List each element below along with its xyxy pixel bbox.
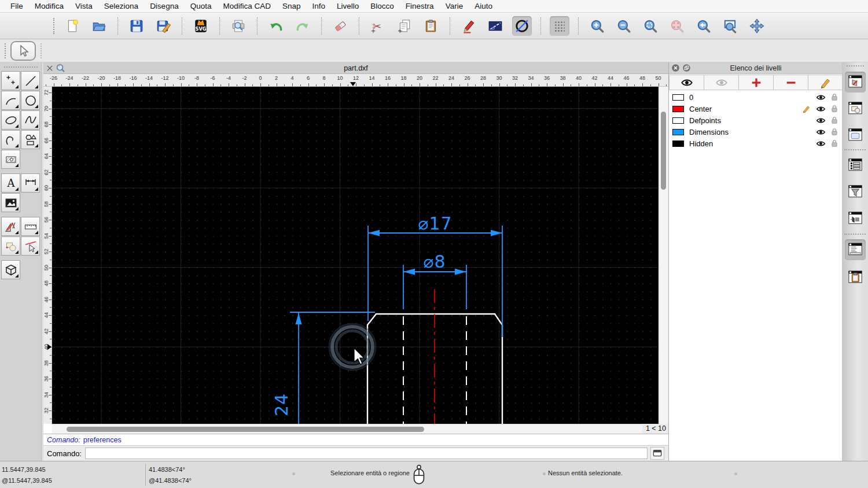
modify-tool-button[interactable] <box>1 217 20 236</box>
layer-lock-icon[interactable] <box>829 116 840 124</box>
box3d-tool-button[interactable] <box>1 260 20 279</box>
copy-button[interactable]: + <box>395 16 414 36</box>
selection-tool-button[interactable] <box>10 41 36 61</box>
hide-all-layers-button[interactable] <box>704 75 739 90</box>
menu-vista[interactable]: Vista <box>69 0 98 13</box>
hatch-tool-button[interactable] <box>1 150 20 169</box>
float-panel-icon[interactable] <box>682 64 691 72</box>
line-tool-button[interactable] <box>21 71 40 90</box>
dimension-text-height[interactable]: 24 <box>271 393 292 416</box>
ellipse-tool-button[interactable] <box>1 110 20 130</box>
menu-quota[interactable]: Quota <box>185 0 218 13</box>
add-layer-button[interactable] <box>738 75 774 90</box>
menu-aiuto[interactable]: Aiuto <box>469 0 498 13</box>
dock-layer-list-button[interactable] <box>845 72 866 93</box>
menu-finestra[interactable]: Finestra <box>400 0 440 13</box>
image-tool-button[interactable] <box>1 193 20 212</box>
text-tool-button[interactable]: A <box>1 173 20 193</box>
layer-visibility-icon[interactable] <box>815 93 826 102</box>
dimension-text-outer-diameter[interactable]: ⌀17 <box>418 213 452 234</box>
layer-lock-icon[interactable] <box>829 105 840 113</box>
arc-tool-button[interactable] <box>1 91 20 110</box>
dock-drag-handle[interactable] <box>847 65 864 66</box>
toolbar-drag-handle[interactable] <box>5 43 6 58</box>
print-preview-button[interactable] <box>229 16 248 36</box>
dock-command-widget-button[interactable] <box>845 239 866 260</box>
point-tool-button[interactable] <box>1 71 20 90</box>
zoom-auto-button[interactable] <box>641 16 660 36</box>
close-tab-icon[interactable] <box>45 64 54 73</box>
draft-mode-button[interactable] <box>512 16 532 36</box>
layer-row-defpoints[interactable]: Defpoints <box>669 114 843 126</box>
menu-modifica[interactable]: Modifica <box>29 0 69 13</box>
edit-layer-button[interactable] <box>808 75 843 90</box>
save-as-button[interactable] <box>153 16 173 36</box>
layer-visibility-icon[interactable] <box>815 139 826 149</box>
dock-clipboard-widget-button[interactable] <box>845 267 866 288</box>
export-svg-button[interactable]: SVG <box>191 16 211 36</box>
redo-button[interactable] <box>293 16 312 36</box>
save-button[interactable] <box>127 16 146 36</box>
menu-info[interactable]: Info <box>307 0 332 13</box>
dock-selection-filter-button[interactable] <box>845 182 866 202</box>
menu-seleziona[interactable]: Seleziona <box>98 0 144 13</box>
layer-row-dimensions[interactable]: Dimensions <box>669 126 843 138</box>
dimension-tool-button[interactable] <box>21 173 40 193</box>
zoom-in-button[interactable] <box>587 16 607 36</box>
menu-file[interactable]: File <box>5 0 29 13</box>
layer-row-0[interactable]: 0 <box>669 91 843 103</box>
polyline-tool-button[interactable] <box>1 130 20 149</box>
layer-lock-icon[interactable] <box>829 139 840 147</box>
paste-button[interactable] <box>421 16 441 36</box>
drawing-canvas[interactable]: ⌀17 ⌀8 24 <box>52 87 659 424</box>
undo-button[interactable] <box>266 16 286 36</box>
toolbar-drag-handle[interactable] <box>41 43 42 58</box>
circle-tool-button[interactable] <box>21 91 40 110</box>
horizontal-scrollbar-thumb[interactable] <box>67 427 424 432</box>
attributes-button[interactable] <box>459 16 479 36</box>
cut-button[interactable]: ✂+ <box>368 16 388 36</box>
measure-tool-button[interactable] <box>21 217 40 236</box>
new-file-button[interactable] <box>62 16 82 36</box>
menu-modifica-cad[interactable]: Modifica CAD <box>217 0 277 13</box>
layer-row-center[interactable]: Center <box>669 103 843 114</box>
close-panel-icon[interactable] <box>671 64 680 72</box>
zoom-pan-button[interactable] <box>747 16 767 36</box>
zoom-window-button[interactable] <box>720 16 740 36</box>
grid-toggle-button[interactable] <box>550 16 569 36</box>
command-input[interactable] <box>85 448 648 459</box>
layer-lock-icon[interactable] <box>829 128 840 136</box>
dimension-text-inner-diameter[interactable]: ⌀8 <box>423 252 446 272</box>
palette-drag-handle[interactable] <box>4 66 38 68</box>
delete-selected-button[interactable] <box>330 16 350 36</box>
show-all-layers-button[interactable] <box>669 75 704 90</box>
vertical-scrollbar[interactable] <box>659 87 668 424</box>
open-file-button[interactable] <box>89 16 109 36</box>
menu-varie[interactable]: Varie <box>440 0 469 13</box>
zoom-previous-button[interactable] <box>694 16 713 36</box>
command-window-toggle-icon[interactable] <box>650 447 664 460</box>
remove-layer-button[interactable] <box>773 75 808 90</box>
select-entity-tool-button[interactable] <box>21 236 40 256</box>
toolbar-drag-handle[interactable] <box>53 18 56 34</box>
layer-row-hidden[interactable]: Hidden <box>669 138 843 149</box>
vertical-scrollbar-thumb[interactable] <box>661 112 666 190</box>
order-tool-button[interactable] <box>1 236 20 256</box>
line-attributes-button[interactable] <box>486 16 505 36</box>
zoom-out-button[interactable] <box>614 16 634 36</box>
dock-library-browser-button[interactable] <box>845 125 866 146</box>
menu-snap[interactable]: Snap <box>277 0 307 13</box>
layer-visibility-icon[interactable] <box>815 116 826 125</box>
dock-entity-list-button[interactable] <box>845 155 866 176</box>
layer-visibility-icon[interactable] <box>815 127 826 137</box>
layer-lock-icon[interactable] <box>829 93 840 101</box>
dock-block-list-button[interactable] <box>845 98 866 119</box>
menu-disegna[interactable]: Disegna <box>144 0 185 13</box>
shapes-tool-button[interactable] <box>21 130 40 149</box>
menu-blocco[interactable]: Blocco <box>365 0 400 13</box>
menu-livello[interactable]: Livello <box>331 0 365 13</box>
layer-visibility-icon[interactable] <box>815 104 826 114</box>
dock-view-widget-button[interactable] <box>845 208 866 229</box>
spline-tool-button[interactable] <box>21 110 40 130</box>
horizontal-scrollbar[interactable] <box>52 424 642 434</box>
